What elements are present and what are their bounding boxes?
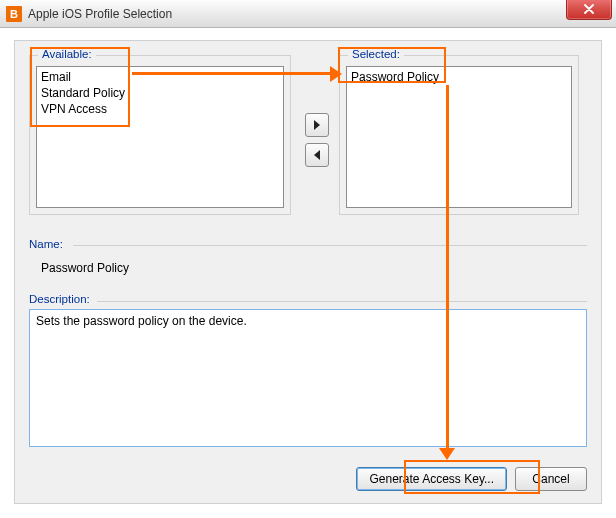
close-button[interactable] bbox=[566, 0, 612, 20]
divider bbox=[97, 301, 587, 302]
list-item[interactable]: VPN Access bbox=[41, 101, 279, 117]
cancel-button[interactable]: Cancel bbox=[515, 467, 587, 491]
description-textbox[interactable]: Sets the password policy on the device. bbox=[29, 309, 587, 447]
name-value: Password Policy bbox=[41, 261, 587, 275]
window-title: Apple iOS Profile Selection bbox=[28, 7, 172, 21]
list-item[interactable]: Standard Policy bbox=[41, 85, 279, 101]
divider bbox=[73, 245, 587, 246]
triangle-left-icon bbox=[313, 150, 321, 160]
list-item[interactable]: Email bbox=[41, 69, 279, 85]
close-icon bbox=[584, 4, 594, 14]
app-icon: B bbox=[6, 6, 22, 22]
name-row: Name: Password Policy bbox=[29, 237, 587, 275]
description-label: Description: bbox=[29, 293, 90, 305]
available-listbox[interactable]: Email Standard Policy VPN Access bbox=[36, 66, 284, 208]
generate-access-key-button[interactable]: Generate Access Key... bbox=[356, 467, 507, 491]
available-legend: Available: bbox=[38, 48, 96, 60]
name-label: Name: bbox=[29, 238, 63, 250]
selected-group: Selected: Password Policy bbox=[339, 55, 579, 215]
list-item[interactable]: Password Policy bbox=[351, 69, 567, 85]
description-value: Sets the password policy on the device. bbox=[36, 314, 247, 328]
dialog-body: Available: Email Standard Policy VPN Acc… bbox=[14, 40, 602, 504]
selected-legend: Selected: bbox=[348, 48, 404, 60]
move-left-button[interactable] bbox=[305, 143, 329, 167]
move-right-button[interactable] bbox=[305, 113, 329, 137]
available-group: Available: Email Standard Policy VPN Acc… bbox=[29, 55, 291, 215]
titlebar: B Apple iOS Profile Selection bbox=[0, 0, 616, 28]
selected-listbox[interactable]: Password Policy bbox=[346, 66, 572, 208]
button-row: Generate Access Key... Cancel bbox=[356, 467, 587, 491]
triangle-right-icon bbox=[313, 120, 321, 130]
